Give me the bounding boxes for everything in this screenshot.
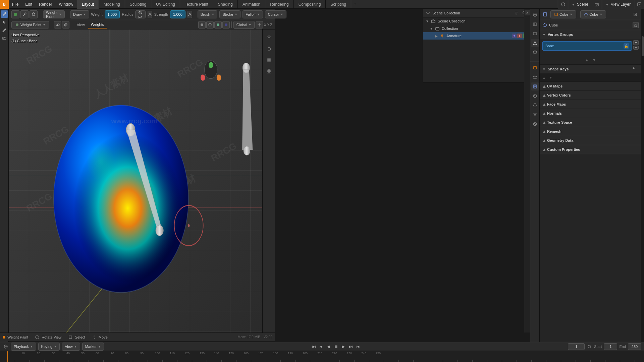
normals-header[interactable]: ▶ Normals xyxy=(540,109,641,118)
side-icon-camera-view[interactable] xyxy=(264,55,274,64)
tab-texture-paint[interactable]: Texture Paint xyxy=(180,0,213,9)
remove-vg-btn[interactable]: − xyxy=(633,46,639,50)
play-btn[interactable]: ▶ xyxy=(340,343,347,350)
tab-add[interactable]: + xyxy=(351,0,359,9)
prop-icon-output[interactable] xyxy=(531,20,539,28)
tab-weights[interactable]: Weights xyxy=(88,21,107,28)
jump-start-btn[interactable]: ⏮ xyxy=(311,343,317,350)
jump-end-btn[interactable]: ⏭ xyxy=(355,343,362,350)
uv-maps-header[interactable]: ▶ UV Maps xyxy=(540,82,641,90)
timeline-ruler[interactable]: 1 10 20 30 40 50 60 70 80 90 100 110 120… xyxy=(0,351,644,362)
radius-input[interactable]: 45 px xyxy=(135,10,145,18)
weight-paint-mode-btn[interactable]: Weight Paint ▼ xyxy=(43,10,65,18)
keying-btn[interactable]: Keying ▼ xyxy=(38,343,60,351)
weight-input[interactable]: 1.000 xyxy=(105,10,120,18)
viewport-material-icon[interactable] xyxy=(214,21,222,28)
marker-btn[interactable]: Marker ▼ xyxy=(82,343,104,351)
mode-badge[interactable]: Weight Paint ▼ xyxy=(11,21,49,28)
custom-properties-header[interactable]: ▶ Custom Properties xyxy=(540,145,641,154)
scene-selector[interactable]: ▼ Scene xyxy=(568,0,592,9)
brush-icon-btn[interactable] xyxy=(20,10,29,18)
pressure-strength-icon[interactable] xyxy=(187,11,192,18)
outliner-armature[interactable]: ▶ Armature xyxy=(423,32,530,40)
prop-scrollbar[interactable] xyxy=(641,9,644,362)
playback-btn[interactable]: Playback ▼ xyxy=(11,343,36,351)
cursor-dropdown[interactable]: Cursor ▼ xyxy=(265,10,286,18)
x-toggle[interactable]: X xyxy=(264,23,266,27)
vg-up-arrow[interactable]: ▲ xyxy=(585,58,589,62)
remesh-header[interactable]: ▶ Remesh xyxy=(540,127,641,136)
frame-current[interactable]: 1 xyxy=(568,343,585,350)
prop-icon-particles[interactable] xyxy=(531,111,539,119)
snap-icon[interactable] xyxy=(256,21,263,28)
camera-icon[interactable] xyxy=(592,0,602,9)
play-back-btn[interactable]: ◀ xyxy=(325,343,332,350)
strength-input[interactable]: 1.000 xyxy=(170,10,185,18)
tool-draw[interactable] xyxy=(1,10,8,18)
frame-key-icon[interactable] xyxy=(587,344,592,349)
render-mode-icon[interactable] xyxy=(30,10,38,18)
prop-icon-view-layer[interactable] xyxy=(531,29,539,38)
shape-keys-add[interactable]: + xyxy=(633,66,639,72)
tab-uv-editing[interactable]: UV Editing xyxy=(151,0,180,9)
tool-camera[interactable] xyxy=(1,35,8,42)
tab-shading[interactable]: Shading xyxy=(213,0,238,9)
z-toggle[interactable]: Z xyxy=(270,23,272,27)
object-name-badge[interactable]: Cube ▼ xyxy=(550,10,576,18)
prop-icon-object[interactable] xyxy=(531,64,539,72)
menu-edit[interactable]: Edit xyxy=(22,0,36,8)
stroke-dropdown[interactable]: Stroke ▼ xyxy=(219,10,240,18)
brush-dropdown[interactable]: Brush ▼ xyxy=(198,10,218,18)
outliner-collection[interactable]: ▼ Collection xyxy=(423,25,530,32)
outliner-filter[interactable] xyxy=(513,10,519,16)
tab-compositing[interactable]: Compositing xyxy=(294,0,326,9)
prop-icon-data[interactable] xyxy=(531,82,539,90)
draw-btn[interactable]: Draw ▼ xyxy=(70,10,89,18)
prop-icon-world[interactable] xyxy=(531,48,539,56)
menu-window[interactable]: Window xyxy=(55,0,76,8)
add-vg-btn[interactable]: + xyxy=(633,40,639,45)
tab-sculpting[interactable]: Sculpting xyxy=(125,0,151,9)
orientation-dropdown[interactable]: Global ▼ xyxy=(233,21,255,29)
outliner-scene-collection[interactable]: ▼ Scene Collection xyxy=(423,17,530,25)
view-layer-selector[interactable]: ▼ View Layer xyxy=(602,0,634,9)
step-fwd-btn[interactable]: ⏭ xyxy=(347,343,354,350)
xray-icon[interactable] xyxy=(62,21,69,28)
prop-arrow-btn[interactable] xyxy=(525,10,530,15)
new-data-btn[interactable] xyxy=(632,11,639,18)
viewport[interactable]: RRCG 人人素材 RRCG RRCG 人人素材 RRCG 人人素材 RRCG … xyxy=(9,29,275,333)
viewport-wire-icon[interactable] xyxy=(206,21,214,28)
mode-icon[interactable] xyxy=(11,10,19,18)
vertex-colors-header[interactable]: ▶ Vertex Colors xyxy=(540,91,641,100)
mesh-name-badge[interactable]: Cube ▼ xyxy=(580,10,606,18)
fake-user-btn[interactable] xyxy=(633,22,639,28)
texture-space-header[interactable]: ▶ Texture Space xyxy=(540,118,641,127)
face-maps-header[interactable]: ▶ Face Maps xyxy=(540,100,641,109)
side-icon-transform[interactable] xyxy=(264,32,274,42)
tab-view[interactable]: View xyxy=(74,21,88,28)
scrollbar-thumb[interactable] xyxy=(642,36,644,56)
tool-annotate[interactable] xyxy=(1,26,8,34)
vertex-groups-header[interactable]: ▼ Vertex Groups xyxy=(540,30,641,39)
start-value[interactable]: 1 xyxy=(604,343,617,350)
viewport-solid-icon[interactable] xyxy=(198,21,206,28)
viewport-render-icon[interactable] xyxy=(222,21,230,28)
side-icon-grid[interactable] xyxy=(264,66,274,76)
side-icon-hand[interactable] xyxy=(264,44,274,53)
prop-icon-modifier[interactable] xyxy=(531,73,539,81)
prop-icon-constraint[interactable] xyxy=(531,101,539,109)
vg-lock-btn[interactable]: 🔒 xyxy=(624,43,629,49)
pressure-icon[interactable] xyxy=(148,11,152,18)
shape-keys-header[interactable]: ▼ Shape Keys + xyxy=(540,65,641,73)
geometry-data-header[interactable]: ▶ Geometry Data xyxy=(540,136,641,145)
scene-icon[interactable] xyxy=(558,0,568,9)
end-value[interactable]: 250 xyxy=(628,343,641,350)
tool-cursor[interactable] xyxy=(1,18,8,26)
prop-icon-material[interactable] xyxy=(531,92,539,100)
falloff-dropdown[interactable]: Falloff ▼ xyxy=(243,10,263,18)
tab-scripting[interactable]: Scripting xyxy=(326,0,351,9)
stop-btn[interactable]: ⏹ xyxy=(333,343,339,350)
tab-rendering[interactable]: Rendering xyxy=(265,0,293,9)
vg-item-bone[interactable]: Bone 🔒 xyxy=(542,41,632,51)
tab-layout[interactable]: Layout xyxy=(77,0,99,9)
